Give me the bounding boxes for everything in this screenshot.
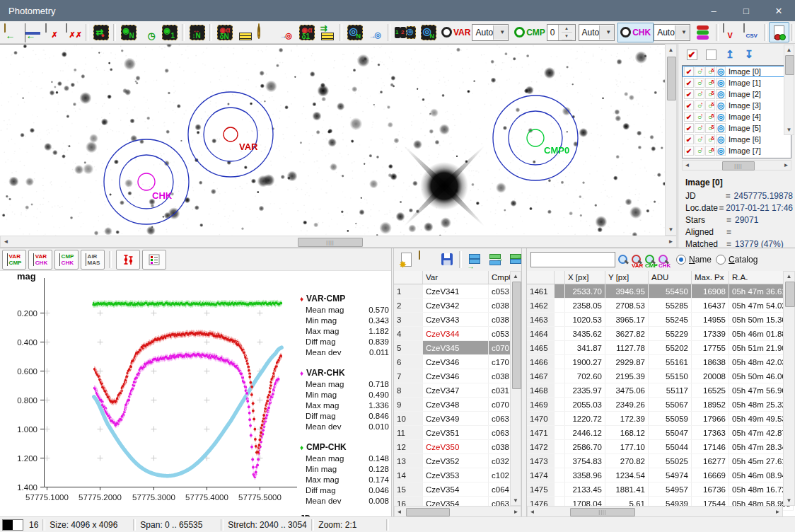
minimize-button[interactable]: – <box>697 0 730 21</box>
match-stars-button[interactable]: ◎N <box>418 22 439 42</box>
frame-list-item[interactable]: ✔○↑○δ◎Image [6] <box>683 134 791 145</box>
frame-list-item[interactable]: ✔○↑○δ◎Image [0] <box>683 66 791 77</box>
column-header[interactable]: X [px] <box>565 271 605 284</box>
scroll-left-icon[interactable]: ◄ <box>395 507 404 516</box>
table-row[interactable]: 1465341.871127.78552021775505h 51m 21.90… <box>527 341 794 355</box>
scroll-left-icon[interactable]: ◄ <box>683 161 692 170</box>
table-row[interactable]: 14701220.72172.39550591796605h 49m 49.53… <box>527 412 794 426</box>
legend-toggle-button[interactable] <box>142 250 166 270</box>
check-icon[interactable]: ✔ <box>684 66 694 76</box>
frame-list-item[interactable]: ✔○↑○δ◎Image [1] <box>683 77 791 88</box>
column-header[interactable] <box>527 271 555 284</box>
table-row[interactable]: 8CzeV347c031 <box>394 383 523 398</box>
export-frames-button[interactable]: ⇉ <box>317 22 337 42</box>
table-row[interactable]: 2CzeV342c038 <box>394 299 523 313</box>
variables-vscrollbar[interactable]: ▲ ▼ <box>510 271 521 506</box>
scroll-right-icon[interactable]: ► <box>666 236 676 247</box>
frame-list-item[interactable]: ✔○↑○δ◎Image [3] <box>683 100 791 111</box>
variables-hscrollbar[interactable]: ◄ ► <box>394 506 521 517</box>
frame-list-item[interactable]: ✔○↑○δ◎Image [5] <box>683 122 791 134</box>
table-row[interactable]: 14CzeV353c102 <box>394 468 523 482</box>
check-icon[interactable]: ✔ <box>684 146 694 156</box>
table-row[interactable]: 14612533.703946.95554501690805h 47m 36.6… <box>527 284 794 299</box>
insert-row-button[interactable]: → <box>464 250 484 270</box>
new-selection-button[interactable] <box>769 22 789 42</box>
toggle-airmass-button[interactable]: AIRMAS <box>81 250 105 270</box>
table-row[interactable]: 9CzeV348c070 <box>394 398 523 412</box>
check-icon[interactable]: ✔ <box>684 134 694 144</box>
find-stars-button[interactable]: ◎N <box>344 22 365 42</box>
vscroll-thumb[interactable] <box>667 57 676 100</box>
search-input[interactable] <box>530 252 615 267</box>
scroll-down-icon[interactable]: ▼ <box>784 496 794 505</box>
remove-frames-button[interactable]: ✗✗ <box>63 22 83 42</box>
image-hscrollbar[interactable]: ◄ |||| ► <box>0 236 677 248</box>
column-header[interactable] <box>555 271 565 284</box>
column-header[interactable] <box>394 271 423 284</box>
table-row[interactable]: 14712446.12168.12550471736305h 47m 42.87… <box>527 426 794 440</box>
table-row[interactable]: 14743358.961234.54549741666905h 46m 08.9… <box>527 468 794 482</box>
astrometry-one-button[interactable]: ◉αδ1 <box>296 22 317 42</box>
vscroll-thumb[interactable] <box>512 282 521 389</box>
image-vscrollbar[interactable]: ▲ ▼ <box>665 44 677 236</box>
cmp-index-spinner[interactable]: 0 ▲▼ <box>547 24 576 41</box>
scroll-up-icon[interactable]: ▲ <box>784 45 794 54</box>
close-button[interactable]: ✕ <box>762 0 795 21</box>
table-row[interactable]: 1467702.602195.39551502000805h 50m 46.06… <box>527 369 794 383</box>
hscroll-thumb[interactable]: |||| <box>722 161 755 170</box>
table-row[interactable]: 1CzeV341c053 <box>394 284 523 299</box>
scroll-up-icon[interactable]: ▲ <box>666 45 676 55</box>
scroll-left-icon[interactable]: ◄ <box>528 507 537 516</box>
vscroll-thumb[interactable] <box>785 55 794 75</box>
table-row[interactable]: 14692055.032349.26550671895205h 48m 25.3… <box>527 398 794 412</box>
scroll-right-icon[interactable]: ► <box>782 161 791 170</box>
merge-frames-button[interactable]: →◎ <box>276 22 296 42</box>
frame-list-hscrollbar[interactable]: ◄ |||| ► <box>682 160 791 170</box>
frame-list-item[interactable]: ✔○↑○δ◎Image [7] <box>683 145 791 156</box>
table-row[interactable]: 7CzeV346c038 <box>394 369 523 383</box>
vscroll-thumb[interactable] <box>785 282 795 307</box>
hscroll-thumb[interactable]: |||| <box>298 238 363 247</box>
frame-list-vscrollbar[interactable]: ▲ ▼ <box>784 45 794 135</box>
edit-row-button[interactable]: → <box>484 250 505 270</box>
column-header[interactable]: Y [px] <box>605 271 649 284</box>
table-row[interactable]: 14722586.70177.10550441714605h 47m 28.34… <box>527 440 794 454</box>
scroll-up-icon[interactable]: ▲ <box>511 272 521 281</box>
search-icon[interactable] <box>618 255 629 265</box>
find-cmp-icon[interactable]: CMP <box>645 255 656 265</box>
toggle-var-cmp-button[interactable]: VARCMP <box>2 250 26 270</box>
open-project-button[interactable]: ← <box>1 22 22 42</box>
table-row[interactable]: 11CzeV351c063 <box>394 426 523 440</box>
table-row[interactable]: 12CzeV350c038 <box>394 440 523 454</box>
scroll-up-icon[interactable]: ▲ <box>784 272 794 281</box>
column-header[interactable]: Max. Px <box>692 271 729 284</box>
frame-list-item[interactable]: ✔○↑○δ◎Image [2] <box>683 88 791 100</box>
spin-down-icon[interactable]: ▼ <box>562 33 572 40</box>
radio-name[interactable]: Name <box>676 255 712 265</box>
find-variables-button[interactable] <box>235 22 255 42</box>
go-last-frame-button[interactable]: ↧ <box>743 48 755 61</box>
master-bias-button[interactable] <box>255 22 276 42</box>
hscroll-thumb[interactable]: |||| <box>570 508 635 516</box>
star-detection-button[interactable]: →◎ <box>365 22 385 42</box>
check-icon[interactable]: ✔ <box>684 100 694 110</box>
table-row[interactable]: 14661900.272929.87551611863805h 48m 42.0… <box>527 355 794 369</box>
chk-select[interactable]: Auto ▼ <box>654 24 690 41</box>
scroll-right-icon[interactable]: ► <box>511 507 521 516</box>
astrometry-button[interactable]: ◉αδN <box>214 22 235 42</box>
check-icon[interactable]: ✔ <box>684 123 694 133</box>
var-select[interactable]: Auto ▼ <box>472 24 509 41</box>
table-row[interactable]: 14622358.052708.53552851643705h 47m 54.0… <box>527 299 794 313</box>
go-first-frame-button[interactable]: ↥ <box>724 48 736 61</box>
find-var-icon[interactable]: VAR <box>632 255 642 265</box>
frame-list-item[interactable]: ✔○↑○δ◎Image [4] <box>683 111 791 122</box>
scroll-down-icon[interactable]: ▼ <box>511 496 521 505</box>
express-reduction-button[interactable]: ⇄● <box>91 22 111 42</box>
add-frames-button[interactable]: ✗ <box>42 22 63 42</box>
scroll-right-icon[interactable]: ► <box>773 507 782 516</box>
show-frame-button[interactable]: ← <box>22 22 42 42</box>
error-bars-button[interactable] <box>116 250 140 270</box>
table-row[interactable]: 4CzeV344c053 <box>394 327 523 341</box>
chk-toggle-button[interactable]: CHK <box>617 23 654 42</box>
stars-hscrollbar[interactable]: ◄ |||| ► <box>527 506 783 517</box>
